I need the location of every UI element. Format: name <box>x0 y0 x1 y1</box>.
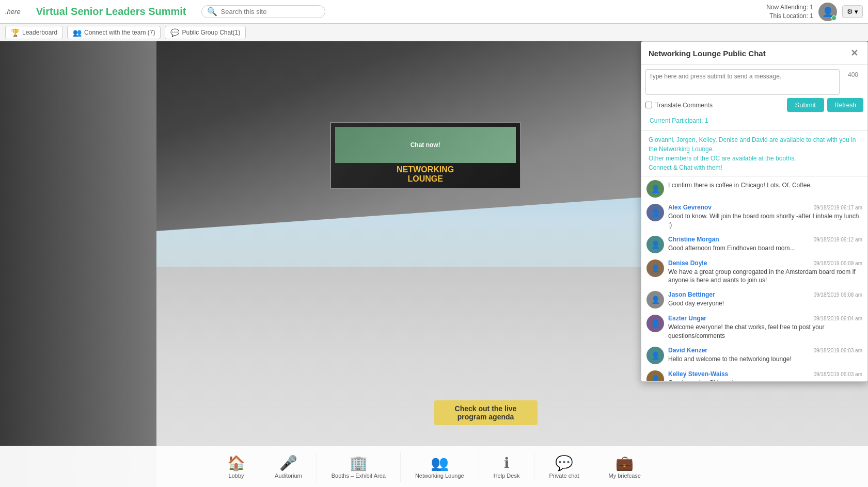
message-text: Good morning Chicago! <box>668 379 862 381</box>
event-title: Virtual Senior Leaders Summit <box>36 6 186 18</box>
message-text: I confirm there is coffee in Chicago! Lo… <box>668 181 862 190</box>
nav-label: Networking Lounge <box>415 473 464 479</box>
message-avatar: 👤 <box>646 204 664 221</box>
message-item: 👤 Alex Gevrenov 09/18/2019 06:17 am Good… <box>646 204 862 230</box>
secondary-navigation: 🏆 Leaderboard 👥 Connect with the team (7… <box>0 24 868 41</box>
message-content: I confirm there is coffee in Chicago! Lo… <box>668 180 862 190</box>
agenda-button[interactable]: Check out the liveprogram agenda <box>434 400 538 425</box>
nav-icon: 💼 <box>616 454 634 472</box>
chat-close-button[interactable]: ✕ <box>848 47 860 59</box>
team-icon: 👥 <box>73 28 82 37</box>
nav-icon: 🏠 <box>227 454 245 472</box>
nav-icon: 🏢 <box>350 454 368 472</box>
message-author[interactable]: Alex Gevrenov <box>668 204 712 211</box>
logo-area: .here <box>5 8 21 15</box>
message-content: Alex Gevrenov 09/18/2019 06:17 am Good t… <box>668 204 862 230</box>
nav-label: Booths – Exhibit Area <box>332 473 386 479</box>
message-avatar: 👤 <box>646 180 664 198</box>
online-indicator <box>831 15 837 21</box>
message-item: 👤 Eszter Ungar 09/18/2019 06:04 am Welco… <box>646 315 862 340</box>
message-item: 👤 Kelley Steven-Waiss 09/18/2019 06:03 a… <box>646 370 862 381</box>
nav-item-networking-lounge[interactable]: 👥 Networking Lounge <box>401 451 479 482</box>
message-item: 👤 Jason Bettinger 09/18/2019 06:08 am Go… <box>646 291 862 309</box>
controls-row: Translate Comments Submit Refresh <box>645 98 863 112</box>
message-avatar: 👤 <box>646 370 664 381</box>
nav-item-help-desk[interactable]: ℹ Help Desk <box>479 451 535 482</box>
message-text: We have a great group congregated in the… <box>668 268 862 285</box>
refresh-button[interactable]: Refresh <box>827 98 863 112</box>
message-header: Alex Gevrenov 09/18/2019 06:17 am <box>668 204 862 211</box>
message-header: Jason Bettinger 09/18/2019 06:08 am <box>668 291 862 298</box>
user-avatar[interactable]: 👤 <box>818 3 837 21</box>
translate-checkbox[interactable] <box>645 102 652 108</box>
logo-text: .here <box>5 8 21 15</box>
nav-icon: 👥 <box>431 454 449 472</box>
nav-item-private-chat[interactable]: 💬 Private chat <box>534 451 594 482</box>
chat-icon: 💬 <box>170 28 179 37</box>
lounge-sign-text: NETWORKINGLOUNGE <box>397 165 454 184</box>
message-author[interactable]: Eszter Ungar <box>668 315 706 322</box>
message-avatar: 👤 <box>646 291 664 309</box>
chat-announcement: Giovanni, Jorgen, Kelley, Denise and Dav… <box>641 131 867 177</box>
message-time: 09/18/2019 06:08 am <box>813 292 862 298</box>
search-input[interactable] <box>220 8 313 15</box>
char-count: 400 <box>843 69 863 95</box>
connect-team-button[interactable]: 👥 Connect with the team (7) <box>67 26 161 39</box>
chat-panel-title: Networking Lounge Public Chat <box>649 49 766 58</box>
public-chat-button[interactable]: 💬 Public Group Chat(1) <box>165 26 246 39</box>
message-time: 09/18/2019 06:17 am <box>813 205 862 210</box>
message-header: Christine Morgan 09/18/2019 06:12 am <box>668 236 862 243</box>
message-item: 👤 I confirm there is coffee in Chicago! … <box>646 180 862 198</box>
message-content: Eszter Ungar 09/18/2019 06:04 am Welcome… <box>668 315 862 340</box>
message-header: Kelley Steven-Waiss 09/18/2019 06:03 am <box>668 370 862 378</box>
leaderboard-button[interactable]: 🏆 Leaderboard <box>5 26 63 39</box>
message-content: Kelley Steven-Waiss 09/18/2019 06:03 am … <box>668 370 862 381</box>
message-author[interactable]: Kelley Steven-Waiss <box>668 370 728 378</box>
chat-now-image[interactable]: Chat now! <box>335 127 516 163</box>
message-author[interactable]: David Kenzer <box>668 347 707 354</box>
message-time: 09/18/2019 06:09 am <box>813 261 862 266</box>
search-box[interactable]: 🔍 <box>201 5 325 18</box>
input-row: 400 <box>645 69 863 95</box>
message-content: David Kenzer 09/18/2019 06:03 am Hello a… <box>668 347 862 364</box>
nav-label: Lobby <box>229 473 244 479</box>
message-author[interactable]: Jason Bettinger <box>668 291 715 298</box>
message-avatar: 👤 <box>646 315 664 332</box>
nav-item-lobby[interactable]: 🏠 Lobby <box>213 451 260 482</box>
message-header: Denise Doyle 09/18/2019 06:09 am <box>668 259 862 267</box>
message-text: Good afternoon from Eindhoven board room… <box>668 244 862 253</box>
message-text: Good to know. Will join the board room s… <box>668 212 862 230</box>
nav-label: My briefcase <box>609 473 641 479</box>
message-content: Jason Bettinger 09/18/2019 06:08 am Good… <box>668 291 862 308</box>
gear-chevron: ▾ <box>855 8 858 15</box>
nav-item-booths-–-exhibit-area[interactable]: 🏢 Booths – Exhibit Area <box>317 451 401 482</box>
message-content: Christine Morgan 09/18/2019 06:12 am Goo… <box>668 236 862 253</box>
message-text: Welcome everyone! the chat works, feel f… <box>668 323 862 340</box>
settings-button[interactable]: ⚙ ▾ <box>842 5 863 18</box>
nav-icon: 💬 <box>555 454 573 472</box>
attending-info: Now Attending: 1 This Location: 1 <box>766 3 813 21</box>
nav-label: Private chat <box>549 473 579 479</box>
current-participants[interactable]: Current Participant: 1 <box>645 115 863 126</box>
nav-item-my-briefcase[interactable]: 💼 My briefcase <box>594 451 655 482</box>
nav-item-auditorium[interactable]: 🎤 Auditorium <box>260 451 317 482</box>
message-author[interactable]: Christine Morgan <box>668 236 719 243</box>
nav-icon: 🎤 <box>279 454 297 472</box>
message-avatar: 👤 <box>646 236 664 253</box>
message-avatar: 👤 <box>646 347 664 364</box>
message-time: 09/18/2019 06:03 am <box>813 371 862 377</box>
action-buttons: Submit Refresh <box>787 98 864 112</box>
nav-icon: ℹ <box>504 454 510 472</box>
chat-textarea[interactable] <box>645 69 840 95</box>
gear-icon: ⚙ <box>847 8 853 15</box>
message-item: 👤 Denise Doyle 09/18/2019 06:09 am We ha… <box>646 259 862 285</box>
message-author[interactable]: Denise Doyle <box>668 259 707 267</box>
message-header: Eszter Ungar 09/18/2019 06:04 am <box>668 315 862 322</box>
messages-area: 👤 I confirm there is coffee in Chicago! … <box>641 177 867 381</box>
translate-label: Translate Comments <box>655 102 713 109</box>
message-time: 09/18/2019 06:12 am <box>813 237 862 242</box>
announcement-text: Giovanni, Jorgen, Kelley, Denise and Dav… <box>649 136 856 171</box>
bottom-navigation: 🏠 Lobby 🎤 Auditorium 🏢 Booths – Exhibit … <box>0 446 868 487</box>
submit-button[interactable]: Submit <box>787 98 824 112</box>
message-avatar: 👤 <box>646 259 664 277</box>
